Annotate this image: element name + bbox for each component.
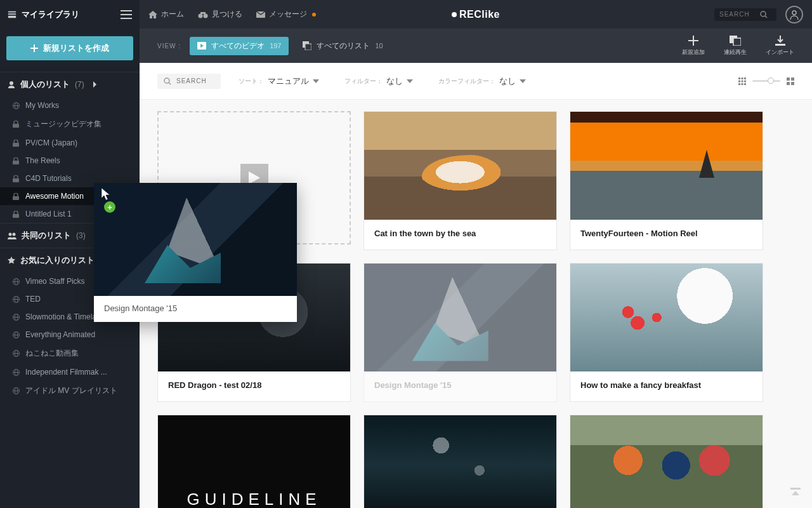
chevron-right-icon [92, 81, 97, 88]
action-add-new[interactable]: 新規追加 [682, 36, 705, 57]
svg-rect-1 [8, 13, 16, 15]
avatar[interactable] [785, 6, 803, 23]
sidebar-item-label: TED [25, 295, 41, 304]
action-import[interactable]: インポート [766, 36, 794, 57]
section-personal-count: (7) [75, 80, 84, 89]
grid-search-input[interactable] [176, 77, 214, 84]
grid-search[interactable] [157, 74, 221, 89]
thumbnail [364, 112, 556, 220]
svg-rect-0 [8, 11, 16, 12]
svg-rect-71 [790, 488, 801, 490]
svg-rect-66 [744, 83, 746, 85]
sidebar-item[interactable]: アイドル MV プレイリスト [0, 381, 140, 401]
nav-find[interactable]: 見つける [198, 9, 242, 20]
sidebar-item[interactable]: Everything Animated [0, 326, 140, 344]
globe-icon [13, 296, 20, 303]
plus-icon [688, 36, 698, 46]
sidebar-item[interactable]: Independent Filmmak ... [0, 363, 140, 381]
filter-label: フィルター： [344, 77, 383, 86]
svg-rect-59 [742, 77, 743, 79]
new-list-button[interactable]: 新規リストを作成 [6, 36, 133, 60]
section-favorites-label: お気に入りのリスト [20, 255, 95, 266]
section-personal[interactable]: 個人のリスト (7) [0, 72, 140, 97]
search-input[interactable] [719, 11, 760, 18]
star-icon [8, 257, 15, 264]
brand-logo[interactable]: REClike [452, 9, 500, 20]
card-title: TwentyFourteen - Motion Reel [570, 220, 763, 250]
library-icon [8, 10, 16, 19]
video-card[interactable]: Cat in the town by the sea [363, 111, 557, 250]
home-icon [148, 11, 157, 18]
svg-rect-60 [744, 77, 746, 79]
filter-dropdown[interactable]: フィルター： なし [344, 76, 413, 87]
lock-icon [13, 140, 20, 147]
section-personal-label: 個人のリスト [20, 79, 70, 90]
sidebar-item-label: ミュージックビデオ集 [25, 119, 102, 130]
sort-value: マニュアル [268, 76, 309, 87]
color-filter-dropdown[interactable]: カラーフィルター： なし [438, 76, 526, 87]
stack-icon [303, 41, 311, 50]
view-all-videos[interactable]: すべてのビデオ 197 [190, 37, 289, 55]
svg-rect-70 [791, 82, 794, 85]
binoculars-icon [198, 11, 208, 18]
thumb-size-slider[interactable] [752, 80, 780, 82]
svg-point-18 [9, 233, 12, 236]
nav-find-label: 見つける [212, 9, 242, 20]
section-shared-count: (3) [76, 231, 86, 240]
video-card[interactable] [363, 415, 557, 508]
card-title: Cat in the town by the sea [364, 220, 556, 250]
svg-rect-15 [13, 178, 19, 182]
lock-icon [13, 175, 20, 182]
sidebar-item[interactable]: My Works [0, 97, 140, 114]
sidebar-item-label: ねこねこ動画集 [25, 348, 79, 359]
search-icon [164, 77, 171, 85]
svg-rect-14 [13, 161, 19, 164]
svg-rect-4 [121, 14, 132, 15]
brand-label: REClike [459, 9, 500, 20]
view-all-lists[interactable]: すべてのリスト 10 [295, 37, 390, 55]
svg-rect-2 [8, 15, 16, 18]
sidebar-item-label: PV/CM (Japan) [25, 138, 77, 147]
video-card[interactable] [570, 415, 763, 508]
people-icon [8, 232, 16, 239]
color-filter-value: なし [499, 76, 516, 87]
card-title: How to make a fancy breakfast [570, 371, 763, 401]
sidebar-item[interactable]: ミュージックビデオ集 [0, 114, 140, 134]
lock-icon [13, 121, 20, 128]
video-card[interactable]: GUIDELINE [157, 415, 351, 508]
record-icon [452, 12, 457, 17]
download-icon [775, 36, 785, 46]
svg-rect-54 [733, 38, 741, 46]
action-play-all[interactable]: 連続再生 [724, 36, 747, 57]
thumbnail [364, 415, 556, 508]
grid-small-icon[interactable] [738, 77, 746, 85]
view-label: VIEW : [157, 43, 181, 50]
grid-large-icon[interactable] [787, 77, 794, 85]
svg-rect-64 [738, 83, 740, 85]
global-search[interactable] [714, 8, 776, 21]
scroll-top-button[interactable] [790, 488, 801, 499]
svg-rect-55 [775, 44, 785, 46]
svg-rect-68 [791, 77, 794, 81]
sidebar-item[interactable]: PV/CM (Japan) [0, 134, 140, 152]
video-card[interactable]: Design Montage '15 [363, 263, 557, 402]
video-card[interactable]: TwentyFourteen - Motion Reel [570, 111, 763, 250]
sort-dropdown[interactable]: ソート： マニュアル [239, 76, 319, 87]
video-card[interactable]: How to make a fancy breakfast [570, 263, 763, 402]
slider-knob[interactable] [768, 77, 774, 84]
hamburger-icon[interactable] [121, 10, 132, 19]
svg-rect-58 [738, 77, 740, 79]
globe-icon [13, 387, 20, 394]
sidebar-item[interactable]: The Reels [0, 152, 140, 170]
svg-point-19 [13, 233, 16, 236]
topbar: ホーム 見つける メッセージ REClike [140, 0, 812, 29]
nav-home[interactable]: ホーム [148, 9, 184, 20]
nav-messages[interactable]: メッセージ [256, 9, 316, 20]
person-icon [8, 81, 15, 88]
sidebar-item[interactable]: ねこねこ動画集 [0, 344, 140, 363]
drag-preview-card[interactable]: + Design Montage '15 [94, 183, 297, 322]
nav-messages-label: メッセージ [269, 9, 307, 20]
svg-rect-52 [688, 40, 698, 41]
notification-badge [312, 13, 316, 17]
add-badge-icon: + [104, 201, 115, 213]
